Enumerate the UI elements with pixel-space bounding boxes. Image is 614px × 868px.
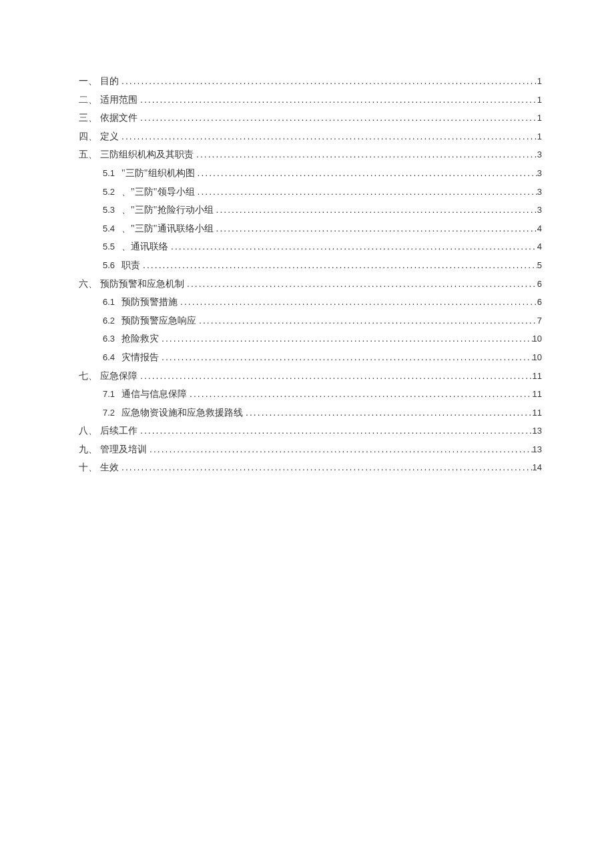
toc-entry: 6.1预防预警措施6 — [79, 293, 542, 312]
toc-prefix: 十、 — [79, 459, 97, 477]
toc-number: 6.4 — [103, 350, 115, 366]
toc-title: 三防组织机构及其职责 — [100, 146, 194, 164]
toc-title: 灾情报告 — [121, 349, 159, 367]
toc-entry: 十、生效14 — [79, 458, 542, 477]
toc-prefix: 三、 — [79, 109, 97, 127]
toc-prefix: 九、 — [79, 441, 97, 459]
toc-title: 、"三防"抢险行动小组 — [121, 201, 213, 220]
toc-entry: 五、三防组织机构及其职责3 — [79, 145, 542, 164]
toc-prefix: 一、 — [79, 73, 97, 91]
toc-page-number: 1 — [537, 73, 542, 90]
toc-entry: 5.5、通讯联络4 — [79, 238, 542, 256]
toc-leader — [119, 127, 537, 145]
toc-entry: 六、预防预警和应急机制6 — [79, 275, 542, 294]
toc-number: 6.3 — [103, 331, 115, 348]
toc-entry: 5.2、"三防"领导小组3 — [79, 183, 542, 201]
table-of-contents: 一、目的1二、适用范围1三、依据文件1四、定义1五、三防组织机构及其职责35.1… — [79, 72, 542, 477]
toc-title: 应急保障 — [100, 368, 137, 386]
toc-title: 应急物资设施和应急救援路线 — [121, 404, 243, 422]
toc-entry: 6.2预防预警应急响应7 — [79, 312, 542, 330]
toc-leader — [178, 293, 537, 311]
toc-page-number: 3 — [537, 165, 542, 182]
toc-number: 5.5 — [103, 239, 115, 256]
toc-number: 6.1 — [103, 294, 115, 311]
toc-title: 管理及培训 — [100, 441, 147, 459]
toc-leader — [187, 385, 532, 403]
toc-number: 5.3 — [103, 202, 115, 219]
toc-page-number: 11 — [533, 386, 542, 403]
toc-title: 、"三防"通讯联络小组 — [121, 220, 213, 238]
toc-entry: 三、依据文件1 — [79, 109, 542, 127]
toc-title: 职责 — [121, 257, 140, 275]
toc-title: 、"三防"领导小组 — [121, 183, 194, 201]
toc-leader — [195, 164, 537, 182]
toc-page-number: 11 — [533, 405, 542, 422]
toc-leader — [137, 91, 537, 109]
toc-entry: 6.3抢险救灾10 — [79, 330, 542, 348]
toc-entry: 四、定义1 — [79, 127, 542, 146]
toc-page-number: 3 — [537, 202, 542, 219]
toc-title: 、通讯联络 — [121, 238, 168, 256]
toc-page-number: 4 — [537, 239, 542, 256]
toc-leader — [159, 348, 532, 366]
toc-leader — [194, 145, 537, 163]
toc-entry: 7.2应急物资设施和应急救援路线11 — [79, 404, 542, 422]
toc-number: 5.1 — [103, 165, 115, 182]
toc-leader — [137, 422, 533, 440]
toc-page-number: 3 — [537, 147, 542, 163]
toc-number: 5.4 — [103, 221, 115, 238]
toc-page-number: 11 — [533, 368, 542, 385]
toc-entry: 5.3、"三防"抢险行动小组3 — [79, 201, 542, 220]
toc-leader — [159, 330, 532, 348]
toc-title: 定义 — [100, 128, 119, 146]
toc-title: 后续工作 — [100, 422, 137, 440]
toc-prefix: 八、 — [79, 422, 97, 440]
toc-prefix: 二、 — [79, 91, 97, 109]
toc-page-number: 1 — [537, 92, 542, 109]
toc-leader — [119, 72, 537, 90]
toc-page-number: 1 — [537, 129, 542, 145]
toc-leader — [137, 109, 537, 127]
toc-leader — [168, 238, 537, 256]
toc-entry: 5.6职责5 — [79, 256, 542, 275]
toc-title: 目的 — [100, 73, 119, 91]
toc-leader — [137, 367, 533, 385]
toc-prefix: 七、 — [79, 368, 97, 386]
toc-entry: 6.4灾情报告10 — [79, 348, 542, 367]
toc-leader — [140, 256, 537, 274]
toc-number: 5.6 — [103, 258, 115, 274]
toc-leader — [214, 220, 537, 238]
toc-entry: 5.1"三防"组织机构图3 — [79, 164, 542, 183]
toc-page-number: 14 — [533, 460, 542, 476]
toc-leader — [196, 312, 537, 330]
toc-title: "三防"组织机构图 — [121, 165, 194, 183]
toc-number: 7.2 — [103, 405, 115, 422]
toc-page-number: 13 — [533, 442, 542, 458]
toc-page-number: 10 — [533, 331, 542, 348]
toc-prefix: 四、 — [79, 128, 97, 146]
toc-title: 预防预警应急响应 — [121, 312, 196, 330]
toc-page-number: 1 — [537, 110, 542, 127]
toc-entry: 二、适用范围1 — [79, 91, 542, 109]
toc-page-number: 3 — [537, 184, 542, 201]
toc-page-number: 6 — [537, 276, 542, 293]
toc-page-number: 6 — [537, 294, 542, 311]
toc-page-number: 5 — [537, 258, 542, 274]
toc-title: 通信与信息保障 — [121, 386, 187, 404]
toc-entry: 5.4、"三防"通讯联络小组4 — [79, 220, 542, 238]
toc-entry: 九、管理及培训13 — [79, 440, 542, 459]
toc-title: 生效 — [100, 459, 119, 477]
toc-number: 5.2 — [103, 184, 115, 201]
toc-title: 预防预警措施 — [121, 294, 178, 312]
toc-page-number: 10 — [533, 350, 542, 366]
toc-prefix: 六、 — [79, 276, 97, 294]
toc-number: 7.1 — [103, 386, 115, 403]
toc-leader — [119, 458, 533, 476]
toc-page-number: 7 — [537, 313, 542, 330]
toc-leader — [243, 404, 532, 422]
toc-number: 6.2 — [103, 313, 115, 330]
toc-title: 抢险救灾 — [121, 330, 159, 348]
toc-title: 依据文件 — [100, 109, 137, 127]
toc-prefix: 五、 — [79, 146, 97, 164]
toc-leader — [195, 183, 537, 201]
